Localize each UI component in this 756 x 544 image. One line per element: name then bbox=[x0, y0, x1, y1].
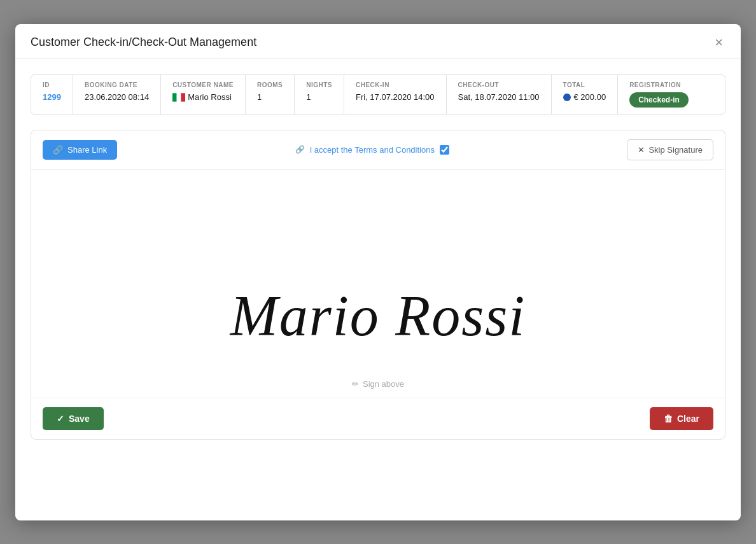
booking-id-cell: ID 1299 bbox=[31, 75, 73, 114]
trash-icon: 🗑 bbox=[664, 414, 673, 424]
booking-date-value: 23.06.2020 08:14 bbox=[85, 92, 149, 102]
id-label: ID bbox=[43, 81, 61, 88]
modal: Customer Check-in/Check-Out Management ×… bbox=[15, 24, 741, 520]
registration-value: Checked-in bbox=[629, 92, 689, 108]
skip-signature-button[interactable]: ✕ Skip Signature bbox=[627, 139, 713, 160]
svg-rect-0 bbox=[172, 93, 177, 101]
signature-canvas[interactable]: Mario Rossi ✏ Sign above bbox=[31, 169, 725, 398]
signature-section: 🔗 Share Link 🔗 I accept the Terms and Co… bbox=[31, 130, 725, 440]
registration-label: REGISTRATION bbox=[629, 81, 689, 88]
total-dot-icon bbox=[563, 94, 571, 101]
checked-in-badge: Checked-in bbox=[629, 92, 689, 108]
id-value: 1299 bbox=[43, 92, 61, 102]
checkout-label: CHECK-OUT bbox=[458, 81, 540, 88]
signature-drawing: Mario Rossi bbox=[187, 240, 569, 367]
rooms-value: 1 bbox=[257, 92, 283, 102]
customer-name-cell: CUSTOMER NAME Mario Rossi bbox=[161, 75, 246, 114]
sign-hint: ✏ Sign above bbox=[352, 379, 404, 389]
svg-text:Mario Rossi: Mario Rossi bbox=[229, 284, 526, 347]
signature-toolbar: 🔗 Share Link 🔗 I accept the Terms and Co… bbox=[31, 130, 725, 169]
checkin-value: Fri, 17.07.2020 14:00 bbox=[356, 92, 435, 102]
customer-name-value: Mario Rossi bbox=[172, 92, 234, 102]
checkout-value: Sat, 18.07.2020 11:00 bbox=[458, 92, 540, 102]
nights-value: 1 bbox=[306, 92, 332, 102]
link-icon: 🔗 bbox=[53, 145, 63, 155]
pen-icon: ✏ bbox=[352, 379, 359, 389]
clear-button[interactable]: 🗑 Clear bbox=[650, 407, 713, 430]
terms-label: I accept the Terms and Conditions bbox=[310, 145, 435, 155]
svg-rect-1 bbox=[177, 93, 181, 101]
modal-header: Customer Check-in/Check-Out Management × bbox=[15, 24, 741, 59]
times-icon: ✕ bbox=[638, 145, 645, 155]
checkin-cell: CHECK-IN Fri, 17.07.2020 14:00 bbox=[344, 75, 447, 114]
share-link-button[interactable]: 🔗 Share Link bbox=[43, 140, 117, 160]
total-cell: TOTAL € 200.00 bbox=[552, 75, 619, 114]
save-button[interactable]: ✓ Save bbox=[43, 407, 104, 430]
registration-cell: REGISTRATION Checked-in bbox=[618, 75, 700, 114]
booking-info-row: ID 1299 BOOKING DATE 23.06.2020 08:14 CU… bbox=[31, 74, 725, 115]
clear-label: Clear bbox=[677, 414, 699, 424]
check-icon: ✓ bbox=[57, 414, 64, 424]
total-value: € 200.00 bbox=[563, 92, 606, 102]
nights-label: NIGHTS bbox=[306, 81, 332, 88]
terms-checkbox[interactable] bbox=[440, 145, 449, 155]
total-label: TOTAL bbox=[563, 81, 606, 88]
terms-area: 🔗 I accept the Terms and Conditions bbox=[295, 145, 449, 155]
signature-footer: ✓ Save 🗑 Clear bbox=[31, 398, 725, 439]
close-button[interactable]: × bbox=[712, 36, 725, 50]
svg-rect-2 bbox=[181, 93, 185, 101]
modal-body: ID 1299 BOOKING DATE 23.06.2020 08:14 CU… bbox=[15, 59, 741, 455]
rooms-cell: ROOMS 1 bbox=[246, 75, 295, 114]
nights-cell: NIGHTS 1 bbox=[295, 75, 344, 114]
customer-name-label: CUSTOMER NAME bbox=[172, 81, 234, 88]
save-label: Save bbox=[69, 414, 90, 424]
modal-title: Customer Check-in/Check-Out Management bbox=[31, 36, 256, 49]
booking-date-label: BOOKING DATE bbox=[85, 81, 149, 88]
link-small-icon: 🔗 bbox=[295, 145, 305, 154]
sign-above-label: Sign above bbox=[363, 379, 404, 389]
flag-italy-icon bbox=[172, 93, 185, 102]
share-link-label: Share Link bbox=[67, 145, 107, 155]
booking-date-cell: BOOKING DATE 23.06.2020 08:14 bbox=[73, 75, 161, 114]
checkout-cell: CHECK-OUT Sat, 18.07.2020 11:00 bbox=[447, 75, 552, 114]
skip-signature-label: Skip Signature bbox=[648, 145, 703, 155]
rooms-label: ROOMS bbox=[257, 81, 283, 88]
checkin-label: CHECK-IN bbox=[356, 81, 435, 88]
